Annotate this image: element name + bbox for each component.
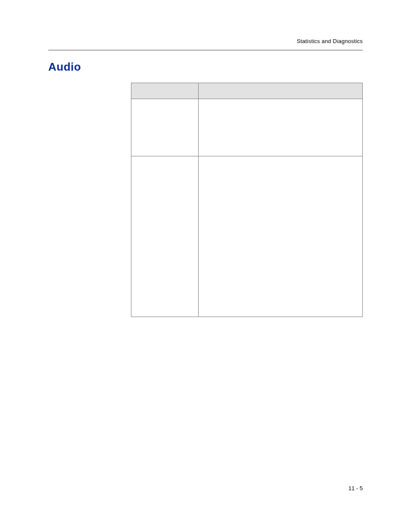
audio-table (131, 83, 363, 317)
table-row (131, 156, 363, 317)
table-row (131, 99, 363, 156)
section-title-audio: Audio (48, 60, 81, 74)
running-header: Statistics and Diagnostics (297, 38, 363, 44)
table-cell-description (198, 156, 362, 317)
table-cell-field (131, 99, 199, 156)
page-number: 11 - 5 (349, 485, 363, 492)
table-cell-description (198, 99, 362, 156)
header-rule (48, 50, 363, 51)
table-header-description (198, 83, 362, 99)
table-header-field (131, 83, 199, 99)
table-cell-field (131, 156, 199, 317)
table-header-row (131, 83, 363, 99)
